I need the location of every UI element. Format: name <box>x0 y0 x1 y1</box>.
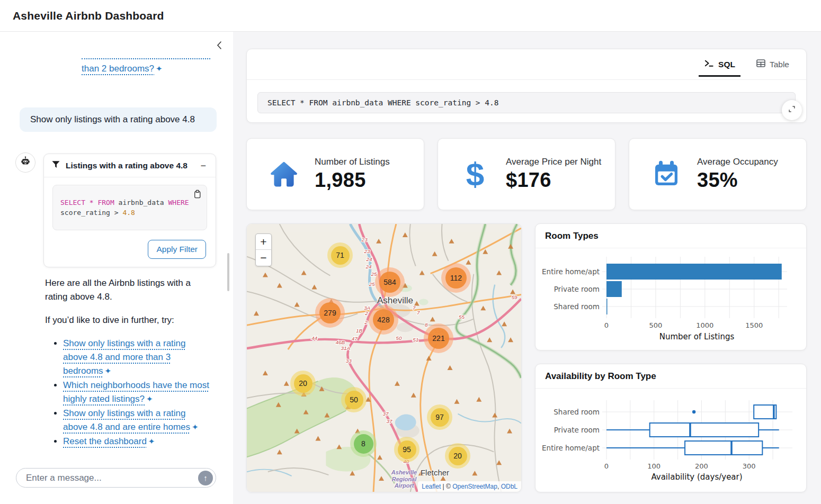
svg-text:0: 0 <box>604 462 609 470</box>
tab-sql[interactable]: SQL <box>703 49 736 79</box>
view-tabs: SQL Table <box>247 49 806 80</box>
chart-title: Availability by Room Type <box>536 364 806 389</box>
apply-filter-button[interactable]: Apply Filter <box>148 240 206 259</box>
svg-text:Shared room: Shared room <box>554 408 600 416</box>
clipped-link-underline <box>82 58 210 62</box>
map-zoom-control: + − <box>255 233 272 266</box>
svg-text:1500: 1500 <box>745 321 763 329</box>
sparkle-icon: ✦ <box>192 422 199 431</box>
house-icon <box>267 157 301 191</box>
stat-label: Average Occupancy <box>697 157 778 167</box>
app-header: Asheville Airbnb Dashboard <box>0 0 821 32</box>
map-cluster-marker[interactable]: 20 <box>445 443 470 469</box>
expand-query-button[interactable] <box>782 100 802 120</box>
map-cluster-marker[interactable]: 50 <box>341 387 367 412</box>
room-types-card: Room Types Entire home/aptPrivate roomSh… <box>535 223 807 350</box>
bot-avatar <box>15 152 35 173</box>
svg-text:Availability (days/year): Availability (days/year) <box>651 472 742 482</box>
odbl-link[interactable]: ODbL <box>501 483 517 490</box>
filter-card-title: Listings with a rating above 4.8 <box>66 161 188 170</box>
svg-text:Number of Listings: Number of Listings <box>659 332 735 341</box>
stat-label: Number of Listings <box>315 157 390 167</box>
expand-icon <box>788 105 796 115</box>
arrow-up-icon: ↑ <box>203 473 208 482</box>
chat-sidebar: than 2 bedrooms?✦ Show only listings wit… <box>0 32 233 504</box>
message-input-bar: ↑ <box>16 468 216 488</box>
chevron-left-icon <box>216 41 222 52</box>
listings-map[interactable]: 2323242425253A221B4446B4731A505153A33373… <box>246 223 522 492</box>
user-message-bubble: Show only listings with a rating above 4… <box>20 107 217 132</box>
stat-value: $176 <box>506 169 601 192</box>
filter-card: Listings with a rating above 4.8 − SELEC… <box>43 154 216 267</box>
svg-text:Private room: Private room <box>554 426 600 434</box>
map-attribution: Leaflet | © OpenStreetMap, ODbL <box>418 481 521 492</box>
list-item: Which neighborhoods have the most highly… <box>63 379 211 406</box>
map-cluster-marker[interactable]: 279 <box>315 298 345 328</box>
svg-text:200: 200 <box>695 462 708 470</box>
suggestion-link[interactable]: Show only listings with a rating above 4… <box>63 338 186 376</box>
map-cluster-marker[interactable]: 97 <box>427 404 452 430</box>
map-cluster-marker[interactable]: 8 <box>350 430 377 457</box>
map-cluster-marker[interactable]: 20 <box>290 371 316 396</box>
map-cluster-layer: 7158411227942822120509789520 <box>247 224 521 492</box>
leaflet-link[interactable]: Leaflet <box>422 483 441 490</box>
suggestion-link[interactable]: Which neighborhoods have the most highly… <box>63 380 209 404</box>
sparkle-icon: ✦ <box>148 437 155 446</box>
filter-sql-code: SELECT * FROM airbnb_data WHERE score_ra… <box>52 185 207 230</box>
svg-text:0: 0 <box>604 321 609 329</box>
svg-text:300: 300 <box>743 462 756 470</box>
sidebar-collapse-button[interactable] <box>213 40 225 52</box>
list-item: Reset the dashboard✦ <box>63 435 211 448</box>
zoom-in-button[interactable]: + <box>256 234 271 250</box>
query-card: SQL Table SELECT * FROM airbnb_data WHER… <box>246 49 807 123</box>
chart-title: Room Types <box>536 224 806 248</box>
suggestion-link[interactable]: Show only listings with a rating above 4… <box>63 408 199 432</box>
list-item: Show only listings with a rating above 4… <box>63 337 211 378</box>
map-cluster-marker[interactable]: 428 <box>369 305 398 335</box>
stat-label: Average Price per Night <box>506 157 601 167</box>
table-icon <box>756 59 765 69</box>
stat-card-listings: Number of Listings 1,985 <box>246 138 424 210</box>
availability-card: Availability by Room Type Shared roomPri… <box>535 364 807 492</box>
map-cluster-marker[interactable]: 221 <box>424 323 453 353</box>
dollar-icon: $ <box>458 157 492 191</box>
sparkle-icon: ✦ <box>156 64 163 73</box>
calendar-check-icon <box>649 157 683 191</box>
copy-icon[interactable] <box>192 189 202 203</box>
list-item: Show only listings with a rating above 4… <box>63 407 211 434</box>
sql-query-display: SELECT * FROM airbnb_data WHERE score_ra… <box>257 92 796 113</box>
bot-response-text: Here are all the Airbnb listings with a … <box>45 276 216 304</box>
suggestion-link[interactable]: Reset the dashboard✦ <box>63 436 155 446</box>
osm-link[interactable]: OpenStreetMap <box>452 483 497 490</box>
svg-text:Private room: Private room <box>554 285 600 293</box>
stat-card-occupancy: Average Occupancy 35% <box>629 138 807 210</box>
message-input[interactable] <box>26 473 198 483</box>
svg-text:Shared room: Shared room <box>554 302 600 311</box>
bot-response-prompt: If you’d like to dive in further, try: <box>45 313 216 327</box>
stat-value: 35% <box>697 169 778 192</box>
dashboard-main: SQL Table SELECT * FROM airbnb_data WHER… <box>233 32 821 504</box>
tab-table[interactable]: Table <box>755 49 790 79</box>
sparkle-icon: ✦ <box>105 366 112 375</box>
robot-icon <box>19 155 32 170</box>
map-cluster-marker[interactable]: 112 <box>441 263 471 293</box>
sidebar-scrollbar[interactable] <box>227 253 229 291</box>
svg-text:1000: 1000 <box>696 321 713 329</box>
sparkle-icon: ✦ <box>146 394 153 403</box>
room-types-bar-chart: Entire home/aptPrivate roomShared room05… <box>536 248 806 350</box>
suggestion-list: Show only listings with a rating above 4… <box>54 337 211 449</box>
clipped-suggestion-link[interactable]: than 2 bedrooms?✦ <box>82 58 210 76</box>
stat-card-price: $ Average Price per Night $176 <box>438 138 615 210</box>
svg-text:Entire home/apt: Entire home/apt <box>542 267 600 276</box>
zoom-out-button[interactable]: − <box>256 250 271 266</box>
page-title: Asheville Airbnb Dashboard <box>13 10 164 22</box>
map-cluster-marker[interactable]: 584 <box>375 267 405 297</box>
svg-text:Entire home/apt: Entire home/apt <box>542 444 600 452</box>
terminal-icon <box>704 59 714 69</box>
map-cluster-marker[interactable]: 95 <box>394 437 420 462</box>
availability-box-plot: Shared roomPrivate roomEntire home/apt01… <box>536 389 806 492</box>
map-cluster-marker[interactable]: 71 <box>327 242 353 268</box>
send-button[interactable]: ↑ <box>198 471 213 485</box>
svg-text:100: 100 <box>647 462 661 470</box>
filter-card-collapse-button[interactable]: − <box>198 161 208 170</box>
